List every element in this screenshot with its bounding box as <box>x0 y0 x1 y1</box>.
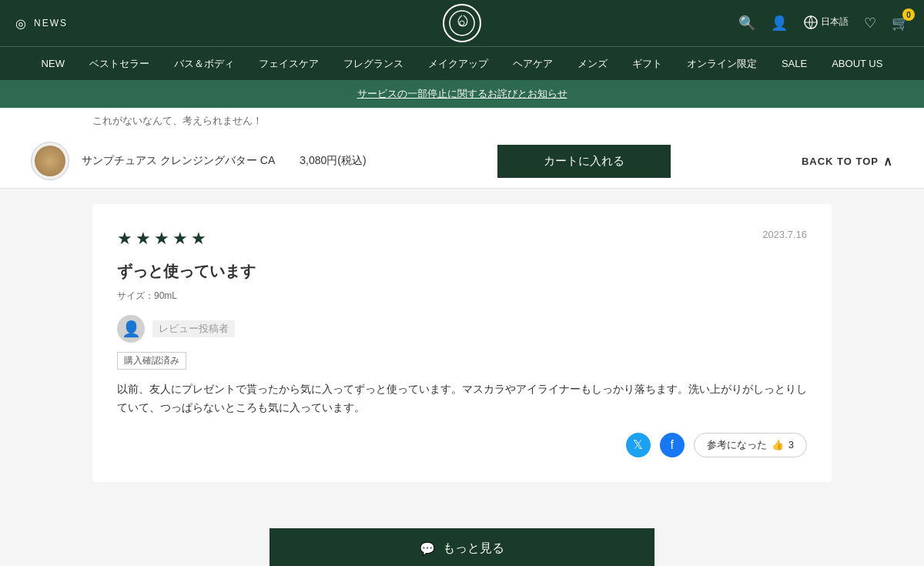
nav-bath-body[interactable]: バス＆ボディ <box>174 57 234 71</box>
site-header: ◎ NEWS 🔍 👤 日本語 ♡ 🛒 <box>0 0 924 46</box>
nav-fragrance[interactable]: フレグランス <box>343 57 403 71</box>
nav-bestseller[interactable]: ベストセラー <box>89 57 149 71</box>
wishlist-icon[interactable]: ♡ <box>864 15 876 32</box>
nav-makeup[interactable]: メイクアップ <box>428 57 488 71</box>
nav-sale[interactable]: SALE <box>782 58 807 69</box>
facebook-icon: f <box>671 438 674 452</box>
helpful-label: 参考になった <box>707 438 767 452</box>
reviewer-avatar: 👤 <box>117 315 145 343</box>
main-nav: NEW ベストセラー バス＆ボディ フェイスケア フレグランス メイクアップ ヘ… <box>0 46 924 80</box>
announcement-banner: サービスの一部停止に関するお詫びとお知らせ <box>0 80 924 108</box>
language-icon[interactable]: 日本語 <box>803 15 849 32</box>
load-more-section: 💬 もっと見る ≡ 絞り込み ⇅ 表示：新しい順 <box>0 513 924 566</box>
nav-new[interactable]: NEW <box>42 58 65 69</box>
language-label: 日本語 <box>821 15 849 28</box>
star-rating: ★★★★★ <box>117 229 209 249</box>
logo[interactable] <box>443 4 481 42</box>
load-more-button[interactable]: 💬 もっと見る <box>270 528 654 566</box>
cart-badge: 0 <box>902 8 915 21</box>
nav-about-us[interactable]: ABOUT US <box>832 58 882 69</box>
sticky-product-bar: サンプチュアス クレンジングバター CA 3,080円(税込) カートに入れる … <box>0 134 924 189</box>
back-to-top-label: BACK TO TOP <box>802 156 879 167</box>
twitter-icon: 𝕏 <box>633 437 643 452</box>
facebook-share-button[interactable]: f <box>660 433 685 457</box>
banner-link[interactable]: サービスの一部停止に関するお詫びとお知らせ <box>357 87 567 101</box>
nav-skincare[interactable]: フェイスケア <box>259 57 319 71</box>
reviewer-info: 👤 レビュー投稿者 <box>117 315 807 343</box>
avatar-icon: 👤 <box>122 320 141 338</box>
helpful-button[interactable]: 参考になった 👍 3 <box>694 433 807 457</box>
review-title: ずっと使っています <box>117 261 807 282</box>
review-card: ★★★★★ 2023.7.16 ずっと使っています サイズ：90mL 👤 レビュ… <box>92 204 832 482</box>
nav-haircare[interactable]: ヘアケア <box>513 57 553 71</box>
verified-badge: 購入確認済み <box>117 352 186 370</box>
thumbs-up-icon: 👍 <box>772 439 784 450</box>
nav-online-exclusive[interactable]: オンライン限定 <box>687 57 757 71</box>
header-icons: 🔍 👤 日本語 ♡ 🛒 0 <box>738 15 909 32</box>
news-label: NEWS <box>34 18 68 28</box>
partial-review-text: これがないなんて、考えられません！ <box>0 108 924 134</box>
nav-mens[interactable]: メンズ <box>578 57 608 71</box>
product-thumbnail <box>31 142 69 180</box>
twitter-share-button[interactable]: 𝕏 <box>626 433 651 457</box>
reviewer-name: レビュー投稿者 <box>152 320 235 337</box>
svg-point-0 <box>450 11 474 35</box>
review-size: サイズ：90mL <box>117 290 807 303</box>
svg-point-1 <box>460 21 464 25</box>
review-date: 2023.7.16 <box>762 229 807 240</box>
chat-icon: 💬 <box>420 541 435 556</box>
review-text: 以前、友人にプレゼントで貰ったから気に入ってずっと使っています。マスカラやアイラ… <box>117 380 807 417</box>
review-footer: 𝕏 f 参考になった 👍 3 <box>117 433 807 457</box>
product-price: 3,080円(税込) <box>300 154 366 168</box>
cart-icon[interactable]: 🛒 0 <box>892 15 909 32</box>
review-section: ★★★★★ 2023.7.16 ずっと使っています サイズ：90mL 👤 レビュ… <box>0 189 924 513</box>
nav-gift[interactable]: ギフト <box>632 57 662 71</box>
account-icon[interactable]: 👤 <box>771 15 788 32</box>
add-to-cart-button[interactable]: カートに入れる <box>497 145 671 178</box>
sticky-product-info: サンプチュアス クレンジングバター CA 3,080円(税込) <box>31 142 367 180</box>
chevron-up-icon: ∧ <box>883 154 893 169</box>
product-name: サンプチュアス クレンジングバター CA <box>82 154 275 168</box>
logo-circle <box>443 4 481 42</box>
news-section: ◎ NEWS <box>15 16 68 31</box>
search-icon[interactable]: 🔍 <box>738 15 755 32</box>
location-icon: ◎ <box>15 16 28 31</box>
helpful-count: 3 <box>788 439 794 450</box>
back-to-top-button[interactable]: BACK TO TOP ∧ <box>802 154 893 169</box>
review-header: ★★★★★ 2023.7.16 <box>117 229 807 249</box>
